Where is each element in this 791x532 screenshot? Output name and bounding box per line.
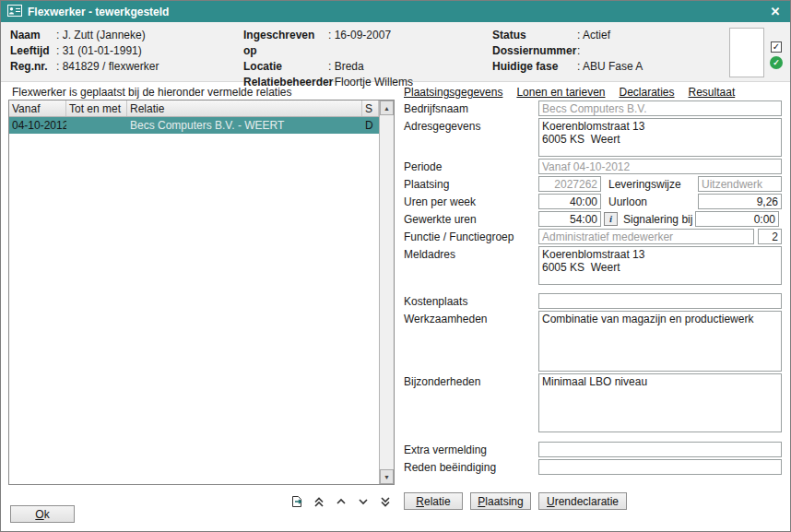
flexwerker-window: Flexwerker - tewerkgesteld ✕ Naam: J. Zu… [0, 0, 791, 532]
info-column-3: Status: Actief Dossiernummer: Huidige fa… [492, 28, 643, 75]
info-value: : Breda [328, 59, 364, 75]
plaatsing-button-label: Plaatsing [478, 495, 523, 508]
periode-input[interactable] [538, 159, 782, 174]
uurloon-input[interactable] [698, 194, 782, 209]
cell-relatie: Becs Computers B.V. - WEERT [127, 117, 362, 134]
next-record-button[interactable] [353, 495, 373, 511]
meldadres-label: Meldadres [404, 246, 538, 261]
gewerkte-uren-label: Gewerkte uren [404, 211, 538, 226]
column-header-vanaf[interactable]: Vanaf [9, 100, 66, 116]
scroll-up-button[interactable]: ▲ [380, 100, 394, 115]
reden-beeindiging-input[interactable] [538, 459, 782, 475]
extra-vermelding-input[interactable] [538, 442, 782, 457]
info-label: Status [492, 28, 577, 43]
scrollbar-track[interactable] [380, 115, 394, 469]
info-icon[interactable]: i [604, 212, 618, 226]
first-record-button[interactable] [309, 495, 329, 511]
signalering-bij-input[interactable] [695, 211, 779, 227]
info-value: : 16-09-2007 [328, 28, 391, 59]
cell-vanaf: 04-10-2012 [9, 117, 66, 134]
info-value: : Floortje Willems [328, 75, 413, 90]
info-value: : 841829 / flexwerker [56, 59, 159, 75]
check-icon: ✓ [773, 58, 780, 67]
placements-caption: Flexwerker is geplaatst bij de hieronder… [12, 86, 291, 99]
info-label: Dossiernummer [492, 43, 577, 59]
column-header-tot-en-met[interactable]: Tot en met [66, 100, 127, 116]
tab-plaatsingsgegevens[interactable]: Plaatsingsgegevens [404, 86, 502, 100]
adresgegevens-label: Adresgegevens [404, 118, 538, 133]
info-value: : J. Zutt (Janneke) [56, 28, 146, 43]
bedrijfsnaam-input[interactable] [538, 100, 782, 116]
bijzonderheden-textarea[interactable]: Minimaal LBO niveau [538, 373, 782, 432]
info-label: Huidige fase [492, 59, 577, 75]
uren-per-week-label: Uren per week [404, 194, 538, 208]
last-record-button[interactable] [375, 495, 396, 511]
leveringswijze-input[interactable] [698, 176, 782, 192]
info-value: : Actief [577, 28, 610, 43]
close-button[interactable]: ✕ [767, 5, 784, 18]
info-value: : 31 (01-01-1991) [56, 43, 142, 59]
ok-button[interactable]: Ok [10, 505, 75, 523]
header-checkbox[interactable]: ✓ [771, 41, 782, 53]
adresgegevens-textarea[interactable]: Koerenblomstraat 13 6005 KS Weert [538, 118, 782, 157]
chevron-double-down-icon [380, 496, 391, 511]
table-scrollbar[interactable]: ▲ ▼ [379, 100, 394, 484]
tab-resultaat[interactable]: Resultaat [689, 86, 736, 100]
scroll-down-button[interactable]: ▼ [380, 469, 394, 484]
placements-table: Vanaf Tot en met Relatie S 04-10-2012 Be… [8, 100, 395, 485]
uren-per-week-input[interactable] [538, 194, 601, 209]
column-header-relatie[interactable]: Relatie [127, 100, 362, 116]
info-label: Leeftijd [10, 43, 56, 59]
urendeclaratie-button-label: Urendeclaratie [547, 495, 619, 508]
chevron-up-icon [336, 496, 347, 510]
bedrijfsnaam-label: Bedrijfsnaam [404, 100, 538, 115]
tab-lonen-en-tarieven[interactable]: Lonen en tarieven [516, 86, 605, 100]
arrow-down-icon: ▼ [384, 474, 390, 480]
plaatsing-input[interactable] [538, 176, 601, 192]
extra-vermelding-label: Extra vermelding [404, 442, 538, 456]
open-record-button[interactable] [287, 495, 307, 511]
uurloon-label: Uurloon [601, 194, 698, 208]
plaatsing-button[interactable]: Plaatsing [470, 492, 531, 510]
urendeclaratie-button[interactable]: Urendeclaratie [538, 492, 627, 510]
periode-label: Periode [404, 159, 538, 173]
info-label: Locatie [243, 59, 328, 75]
bijzonderheden-label: Bijzonderheden [404, 373, 538, 388]
werkzaamheden-label: Werkzaamheden [404, 311, 538, 325]
arrow-up-icon: ▲ [384, 105, 390, 112]
record-nav-toolbar [287, 495, 396, 511]
reden-beeindiging-label: Reden beëindiging [404, 459, 538, 474]
chevron-down-icon [358, 496, 369, 510]
info-value: : [577, 43, 580, 59]
functie-label: Functie / Functiegroep [404, 229, 538, 243]
open-record-icon [290, 495, 303, 511]
placement-details-panel: Plaatsingsgegevens Lonen en tarieven Dec… [404, 86, 782, 477]
meldadres-textarea[interactable]: Koerenblomstraat 13 6005 KS Weert [538, 246, 782, 285]
info-column-1: Naam: J. Zutt (Janneke) Leeftijd: 31 (01… [10, 28, 159, 75]
werkzaamheden-textarea[interactable]: Combinatie van magazijn en productiewerk [538, 311, 782, 372]
relatie-button-label: Relatie [416, 495, 450, 508]
kostenplaats-label: Kostenplaats [404, 293, 538, 308]
kostenplaats-input[interactable] [538, 293, 782, 309]
functie-input[interactable] [538, 229, 754, 244]
info-column-2: Ingeschreven op: 16-09-2007 Locatie: Bre… [243, 28, 413, 90]
plaatsing-label: Plaatsing [404, 176, 538, 191]
column-header-s[interactable]: S [362, 100, 379, 116]
info-label: Naam [10, 28, 56, 43]
window-title: Flexwerker - tewerkgesteld [28, 6, 169, 18]
cell-tot-en-met [66, 117, 127, 134]
info-value: : ABU Fase A [577, 59, 643, 75]
relatie-button[interactable]: Relatie [404, 492, 463, 510]
signalering-bij-label: Signalering bij [618, 211, 695, 226]
titlebar[interactable]: Flexwerker - tewerkgesteld ✕ [1, 1, 790, 22]
status-ok-icon: ✓ [770, 56, 783, 69]
action-buttons: Relatie Plaatsing Urendeclaratie [404, 492, 627, 510]
table-header: Vanaf Tot en met Relatie S [9, 100, 379, 117]
gewerkte-uren-input[interactable] [538, 211, 601, 227]
table-row[interactable]: 04-10-2012 Becs Computers B.V. - WEERT D [9, 117, 379, 134]
cell-s: D [362, 117, 379, 134]
info-label: Reg.nr. [10, 59, 56, 75]
previous-record-button[interactable] [331, 495, 351, 511]
functiegroep-input[interactable] [758, 229, 782, 244]
tab-declaraties[interactable]: Declaraties [620, 86, 675, 100]
